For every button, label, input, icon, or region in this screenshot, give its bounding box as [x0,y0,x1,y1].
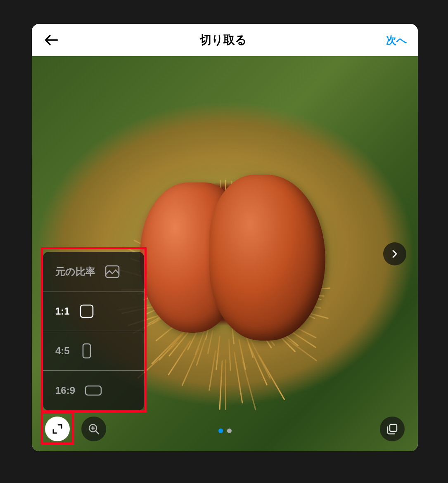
expand-button[interactable] [45,417,70,441]
next-button[interactable]: 次へ [386,33,407,47]
aspect-ratio-label: 16:9 [55,385,75,396]
expand-icon [52,424,63,434]
zoom-in-icon [88,423,100,435]
portrait-rect-icon [79,343,95,359]
aspect-ratio-option-4-5[interactable]: 4:5 [43,331,144,371]
aspect-ratio-label: 4:5 [55,345,70,357]
modal-title: 切り取る [200,32,247,48]
zoom-button[interactable] [81,417,106,441]
modal-header: 切り取る 次へ [32,24,418,56]
aspect-ratio-option-original[interactable]: 元の比率 [43,252,144,291]
svg-rect-4 [85,386,101,395]
image-icon [104,264,120,279]
next-image-button[interactable] [383,242,406,265]
multi-select-button[interactable] [380,417,405,441]
layers-icon [386,423,398,435]
arrow-left-icon [43,32,60,48]
aspect-ratio-option-1-1[interactable]: 1:1 [43,291,144,331]
page-dot-active [218,429,223,433]
page-dot-inactive [227,429,232,433]
crop-modal: 切り取る 次へ 元の比率 1: [32,24,418,451]
svg-rect-2 [81,305,93,317]
aspect-ratio-label: 元の比率 [55,265,95,278]
landscape-rect-icon [84,384,102,397]
svg-rect-9 [390,424,397,431]
image-canvas[interactable]: 元の比率 1:1 4:5 [32,56,418,451]
svg-line-6 [96,431,99,434]
aspect-ratio-popup: 元の比率 1:1 4:5 [43,252,144,410]
back-button[interactable] [43,31,61,49]
page-indicator [218,429,232,433]
svg-rect-3 [83,344,90,358]
chevron-right-icon [390,249,400,259]
aspect-ratio-option-16-9[interactable]: 16:9 [43,371,144,410]
square-icon [79,303,95,319]
aspect-ratio-label: 1:1 [55,305,70,317]
